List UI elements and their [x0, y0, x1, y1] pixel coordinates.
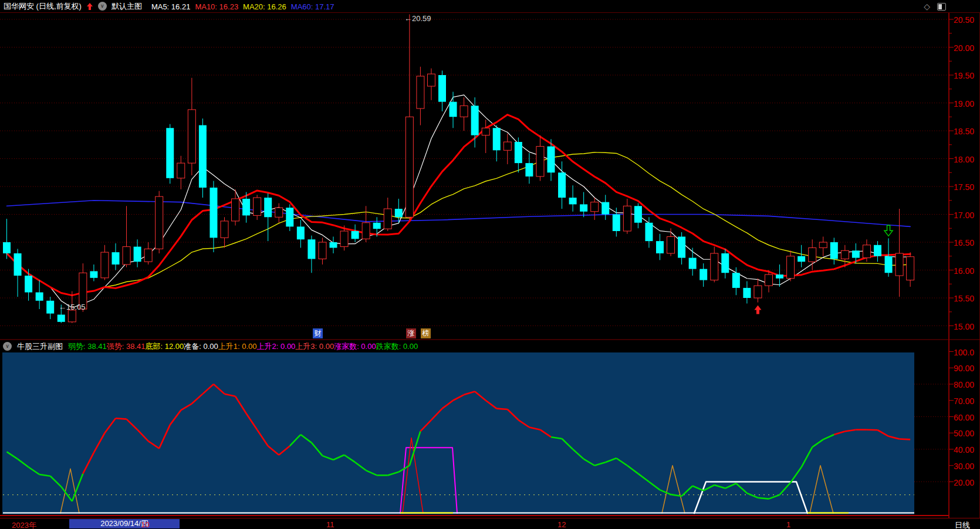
month-label: 1 — [786, 520, 790, 529]
candle-body-up — [482, 128, 489, 135]
sub-indicator-title[interactable]: 牛股三升副图 — [17, 341, 63, 352]
candle-body-down — [330, 242, 337, 248]
indicator-axis-label: 50.00 — [954, 429, 979, 438]
diamond-icon[interactable]: ◇ — [924, 2, 930, 11]
main-panel-selector[interactable]: 默认主图 — [111, 1, 142, 12]
price-axis-label: 16.50 — [954, 238, 979, 247]
indicator-axis-label: 80.00 — [954, 380, 979, 389]
trend-line-segment — [867, 430, 878, 430]
selected-date-box[interactable]: 2023/09/14/四 — [69, 519, 180, 528]
candle-body-down — [166, 128, 174, 178]
candle-body-down — [134, 247, 141, 262]
candle-body-up — [275, 208, 283, 217]
toolbar-right-icons: ◇ — [924, 2, 946, 11]
candle-body-down — [25, 276, 32, 293]
candle-body-down — [199, 126, 207, 188]
candle-body-down — [286, 208, 293, 226]
indicator-field: 跌家数: 0.00 — [376, 342, 418, 351]
price-annotation: ←20.59 — [404, 14, 431, 23]
candle-body-down — [515, 142, 522, 163]
candle-body-down — [450, 102, 457, 117]
candle-body-down — [14, 253, 22, 276]
candle-body-down — [885, 256, 893, 273]
event-marker[interactable]: 榜 — [421, 328, 431, 338]
candle-body-up — [667, 237, 675, 254]
price-axis-label: 17.50 — [954, 182, 979, 192]
candle-body-down — [493, 128, 501, 150]
candle-body-up — [101, 252, 109, 278]
period-label[interactable]: 日线 — [955, 520, 970, 529]
candle-body-down — [112, 252, 120, 264]
buy-arrow-icon — [754, 306, 761, 314]
indicator-axis-label: 30.00 — [954, 462, 979, 471]
candle-body-down — [613, 215, 620, 232]
candle-body-up — [711, 253, 718, 280]
price-axis-label: 15.50 — [954, 294, 979, 303]
price-axis-label: 19.50 — [954, 71, 979, 80]
candle-body-up — [503, 142, 511, 150]
indicator-field: 涨家数: 0.00 — [334, 342, 376, 351]
candle-body-down — [352, 231, 359, 239]
candle-body-down — [569, 198, 577, 204]
candle-body-down — [656, 241, 664, 253]
indicator-field: 上升2: 0.00 — [257, 342, 296, 351]
event-marker[interactable]: 涨 — [406, 328, 416, 338]
indicator-axis-label: 70.00 — [954, 396, 979, 406]
chevron-down-icon[interactable]: ∨ — [98, 2, 107, 11]
candle-body-down — [678, 237, 685, 258]
candle-body-up — [177, 163, 185, 178]
candle-body-up — [536, 147, 544, 177]
candle-body-down — [3, 242, 11, 253]
sub-chart-header: ∨ 牛股三升副图 弱势: 38.41强势: 38.41底部: 12.00准备: … — [0, 341, 945, 352]
candle-body-down — [699, 269, 707, 280]
candle-body-up — [863, 245, 870, 258]
price-axis-label: 20.00 — [954, 43, 979, 53]
candle-body-up — [765, 274, 773, 286]
indicator-field: 弱势: 38.41 — [68, 342, 107, 351]
candle-body-up — [460, 106, 468, 117]
chevron-down-icon[interactable]: ∨ — [3, 342, 12, 351]
trend-line-segment — [116, 418, 127, 419]
trend-line-segment — [496, 409, 508, 409]
candle-body-down — [743, 288, 751, 298]
candle-body-up — [232, 199, 239, 221]
candle-body-down — [438, 75, 446, 102]
candle-body-down — [852, 250, 860, 257]
event-marker[interactable]: 财 — [313, 328, 323, 338]
candle-body-down — [645, 223, 653, 241]
candle-body-up — [809, 248, 816, 262]
candle-body-down — [46, 301, 54, 314]
candle-body-up — [156, 196, 163, 249]
candle-body-down — [90, 271, 97, 277]
candle-body-down — [601, 202, 609, 215]
ma-value-ma10: MA10: 16.23 — [195, 2, 238, 11]
candle-body-down — [264, 198, 272, 217]
indicator-axis-label: 40.00 — [954, 445, 979, 455]
split-panel-icon[interactable] — [937, 3, 946, 11]
candle-body-down — [548, 147, 555, 173]
chart-canvas[interactable]: ←20.59←15.05 — [0, 0, 980, 529]
price-axis-label: 19.00 — [954, 99, 979, 108]
status-bar: 2023年 2023/09/14/四 1011121 日线 — [0, 518, 980, 529]
indicator-field: 准备: 0.00 — [184, 342, 218, 351]
candle-body-down — [58, 315, 65, 322]
candle-body-down — [874, 245, 881, 256]
ma-value-ma5: MA5: 16.21 — [151, 2, 191, 11]
price-annotation: ←15.05 — [59, 303, 86, 311]
price-axis-label: 20.50 — [954, 15, 979, 25]
candle-body-up — [319, 242, 326, 259]
candle-body-down — [797, 256, 805, 262]
candle-body-up — [123, 247, 130, 264]
indicator-axis-label: 20.00 — [954, 478, 979, 487]
indicator-axis-label: 100.0 — [954, 348, 979, 357]
candle-body-up — [819, 242, 827, 248]
candle-body-down — [373, 223, 381, 229]
indicator-field: 底部: 12.00 — [146, 342, 184, 351]
candle-body-down — [776, 274, 783, 279]
price-axis-label: 18.00 — [954, 155, 979, 164]
candle-body-down — [732, 273, 740, 288]
candle-body-down — [580, 204, 587, 211]
stock-title: 国华网安 (日线,前复权) — [4, 1, 82, 12]
candle-body-up — [895, 253, 903, 276]
toolbar: 国华网安 (日线,前复权) ∨ 默认主图 MA5: 16.21MA10: 16.… — [0, 0, 980, 13]
